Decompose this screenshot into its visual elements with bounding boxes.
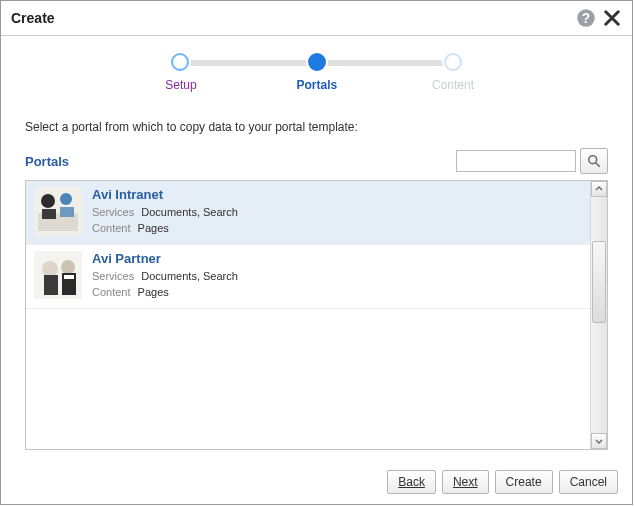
scroll-down-button[interactable] <box>591 433 607 449</box>
content-label: Content <box>92 222 131 234</box>
svg-point-6 <box>60 193 72 205</box>
svg-rect-9 <box>60 207 74 217</box>
step-portals-dot[interactable] <box>308 53 326 71</box>
back-button[interactable]: Back <box>387 470 436 494</box>
services-value: Documents, Search <box>141 270 238 282</box>
svg-point-11 <box>42 261 58 277</box>
portal-name: Avi Partner <box>92 251 238 266</box>
scroll-thumb[interactable] <box>592 241 606 323</box>
svg-point-5 <box>41 194 55 208</box>
services-label: Services <box>92 206 134 218</box>
search-icon <box>587 154 601 168</box>
titlebar: Create ? <box>1 1 632 36</box>
instruction-text: Select a portal from which to copy data … <box>25 120 608 134</box>
cancel-button[interactable]: Cancel <box>559 470 618 494</box>
content-value: Pages <box>138 286 169 298</box>
step-setup-dot[interactable] <box>171 53 189 71</box>
dialog-title: Create <box>11 10 55 26</box>
portal-name: Avi Intranet <box>92 187 238 202</box>
scroll-up-button[interactable] <box>591 181 607 197</box>
step-label-portals: Portals <box>297 78 337 92</box>
step-content-dot[interactable] <box>444 53 462 71</box>
portal-row[interactable]: Avi Intranet Services Documents, Search … <box>26 181 590 245</box>
wizard-stepper: Setup Portals Content <box>1 42 632 102</box>
services-label: Services <box>92 270 134 282</box>
svg-rect-15 <box>64 275 74 279</box>
svg-rect-8 <box>42 209 56 219</box>
search-input[interactable] <box>456 150 576 172</box>
svg-line-3 <box>596 163 600 167</box>
scrollbar[interactable] <box>590 181 607 449</box>
chevron-up-icon <box>595 185 603 193</box>
services-value: Documents, Search <box>141 206 238 218</box>
close-icon[interactable] <box>602 8 622 28</box>
create-button[interactable]: Create <box>495 470 553 494</box>
portal-row[interactable]: Avi Partner Services Documents, Search C… <box>26 245 590 309</box>
content-label: Content <box>92 286 131 298</box>
search-button[interactable] <box>580 148 608 174</box>
dialog-footer: Back Next Create Cancel <box>387 470 618 494</box>
chevron-down-icon <box>595 437 603 445</box>
section-title-portals: Portals <box>25 154 69 169</box>
step-label-content: Content <box>432 78 472 92</box>
help-icon[interactable]: ? <box>576 8 596 28</box>
next-button[interactable]: Next <box>442 470 489 494</box>
portals-list: Avi Intranet Services Documents, Search … <box>26 181 590 449</box>
svg-point-13 <box>61 260 75 274</box>
portals-list-panel: Avi Intranet Services Documents, Search … <box>25 180 608 450</box>
portal-thumbnail <box>34 251 82 299</box>
step-label-setup: Setup <box>161 78 201 92</box>
portal-thumbnail <box>34 187 82 235</box>
create-portal-template-dialog: Create ? Setup Portals Content Select a … <box>0 0 633 505</box>
svg-text:?: ? <box>582 11 590 26</box>
svg-rect-12 <box>44 275 58 295</box>
content-value: Pages <box>138 222 169 234</box>
